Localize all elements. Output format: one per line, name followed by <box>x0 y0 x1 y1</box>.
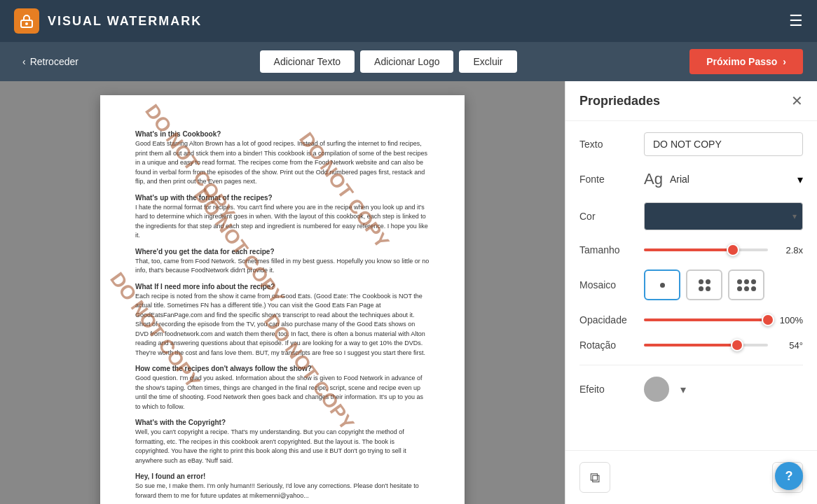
size-slider-thumb[interactable] <box>727 244 739 256</box>
color-label: Cor <box>579 211 636 222</box>
text-label: Texto <box>579 139 636 150</box>
mosaic-option-2[interactable] <box>686 270 722 300</box>
main-content: DO NOT COPY DO NOT COPY DO NOT COPY DO N… <box>0 81 817 504</box>
section-body-1: Good Eats starring Alton Brown has a lot… <box>135 139 430 187</box>
rotation-slider-track[interactable] <box>644 344 768 346</box>
section-body-5: Good question. I'm glad you asked. Infor… <box>135 374 430 412</box>
font-value: Arial <box>670 174 689 185</box>
rotation-slider-container: 54° <box>644 340 803 351</box>
add-text-button[interactable]: Adicionar Texto <box>260 50 355 73</box>
effect-chevron-icon[interactable]: ▾ <box>680 383 686 396</box>
next-step-button[interactable]: Próximo Passo › <box>689 49 803 74</box>
color-swatch[interactable]: ▾ <box>644 202 803 230</box>
color-arrow-icon: ▾ <box>792 211 797 221</box>
toolbar-left: ‹ Retroceder <box>14 50 87 73</box>
help-button[interactable]: ? <box>775 462 803 490</box>
properties-panel: Propriedades ✕ Texto Fonte Ag Arial ▾ <box>565 81 817 504</box>
effect-label: Efeito <box>579 384 636 395</box>
mosaic-dots-3x3 <box>737 279 756 291</box>
section-heading-5: How come the recipes don't always follow… <box>135 365 430 372</box>
hamburger-icon[interactable]: ☰ <box>789 12 803 30</box>
document-page: DO NOT COPY DO NOT COPY DO NOT COPY DO N… <box>100 95 465 504</box>
mosaic-dots-2x2 <box>699 279 710 291</box>
rotation-slider-thumb[interactable] <box>731 339 743 351</box>
effect-circle[interactable] <box>644 377 669 402</box>
add-logo-button[interactable]: Adicionar Logo <box>360 50 453 73</box>
font-sample: Ag <box>644 170 663 188</box>
mosaic-dot-single <box>660 283 665 288</box>
panel-title: Propriedades <box>579 94 660 108</box>
panel-body: Texto Fonte Ag Arial ▾ Cor ▾ <box>565 121 817 427</box>
mosaic-options <box>644 270 764 300</box>
next-chevron-icon: › <box>783 56 786 67</box>
section-heading-7: Hey, I found an error! <box>135 472 430 480</box>
section-heading-1: What's in this Cookbook? <box>135 130 430 138</box>
section-heading-3: Where'd you get the data for each recipe… <box>135 248 430 255</box>
size-slider-fill <box>644 248 733 251</box>
section-body-6: Well, you can't copyright a recipe. That… <box>135 428 430 465</box>
text-property-row: Texto <box>579 132 803 156</box>
size-value: 2.8x <box>775 245 803 255</box>
font-chevron-icon: ▾ <box>797 173 803 186</box>
size-slider-row: Tamanho 2.8x <box>579 244 803 255</box>
color-property-row: Cor ▾ <box>579 202 803 230</box>
size-slider-track[interactable] <box>644 248 768 251</box>
mosaic-option-3[interactable] <box>728 270 764 300</box>
back-chevron-icon: ‹ <box>22 56 26 67</box>
font-selector[interactable]: Ag Arial ▾ <box>644 170 803 188</box>
effect-row: Efeito ▾ <box>579 377 803 402</box>
section-body-3: That, too, came from Food Network. Somet… <box>135 257 430 276</box>
mosaic-label: Mosaico <box>579 279 636 290</box>
header-left: VISUAL WATERMARK <box>14 8 202 34</box>
font-display: Ag Arial <box>644 170 689 188</box>
section-body-2: I hate the normal format for recipes. Yo… <box>135 203 430 241</box>
size-slider-container: 2.8x <box>644 245 803 255</box>
mosaic-option-1[interactable] <box>644 270 680 300</box>
section-body-7: So sue me, I make them. I'm only human!!… <box>135 482 430 500</box>
mosaic-row: Mosaico <box>579 270 803 300</box>
opacity-slider-track[interactable] <box>644 318 768 321</box>
rotation-label: Rotação <box>579 340 636 351</box>
rotation-slider-row: Rotação 54° <box>579 340 803 351</box>
size-label: Tamanho <box>579 244 636 255</box>
opacity-slider-thumb[interactable] <box>762 314 774 326</box>
opacity-value: 100% <box>775 315 803 326</box>
toolbar-center: Adicionar Texto Adicionar Logo Excluir <box>260 50 517 73</box>
svg-point-1 <box>25 22 28 25</box>
exclude-button[interactable]: Excluir <box>459 50 516 73</box>
rotation-slider-fill <box>644 344 737 346</box>
opacity-label: Opacidade <box>579 314 636 326</box>
font-label: Fonte <box>579 174 636 185</box>
close-button[interactable]: ✕ <box>791 92 803 109</box>
toolbar: ‹ Retroceder Adicionar Texto Adicionar L… <box>0 42 817 81</box>
back-button[interactable]: ‹ Retroceder <box>14 50 87 73</box>
section-heading-2: What's up with the format of the recipes… <box>135 194 430 202</box>
panel-header: Propriedades ✕ <box>565 81 817 121</box>
app-title: VISUAL WATERMARK <box>48 14 202 29</box>
app-header: VISUAL WATERMARK ☰ <box>0 0 817 42</box>
font-property-row: Fonte Ag Arial ▾ <box>579 170 803 188</box>
text-input[interactable] <box>644 132 803 156</box>
document-area: DO NOT COPY DO NOT COPY DO NOT COPY DO N… <box>0 81 565 504</box>
opacity-slider-container: 100% <box>644 315 803 326</box>
section-heading-4: What If I need more info about the recip… <box>135 283 430 290</box>
app-logo <box>14 8 39 34</box>
section-body-4: Each recipe is noted from the show it ca… <box>135 292 430 358</box>
duplicate-icon: ⧉ <box>590 470 600 486</box>
opacity-slider-fill <box>644 318 768 321</box>
divider <box>579 365 803 365</box>
duplicate-button[interactable]: ⧉ <box>579 462 610 493</box>
section-heading-6: What's with the Copyright? <box>135 419 430 426</box>
opacity-slider-row: Opacidade 100% <box>579 314 803 326</box>
rotation-value: 54° <box>775 340 803 351</box>
help-label: ? <box>785 469 793 484</box>
